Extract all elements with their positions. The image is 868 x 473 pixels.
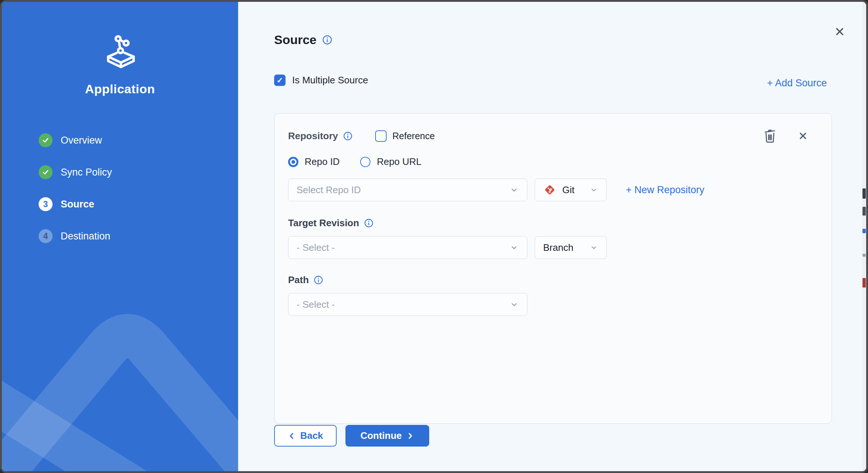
info-icon[interactable] [314,275,323,285]
reference-group: Reference [375,130,435,142]
remove-source-button[interactable] [797,130,808,141]
is-multiple-source-row: Is Multiple Source [274,75,368,86]
path-label: Path [288,274,309,286]
continue-button[interactable]: Continue [345,425,429,447]
check-icon [42,137,49,144]
wizard-steps: Overview Sync Policy 3 Source 4 Destinat… [39,133,112,261]
step-overview[interactable]: Overview [39,133,112,147]
application-box-git-icon [102,32,140,70]
step-label: Overview [61,135,102,146]
repository-card-title: Repository [288,130,338,142]
chevron-down-icon [509,185,519,195]
repo-url-radio[interactable] [360,157,370,167]
repo-id-radio-label: Repo ID [305,156,340,167]
info-icon[interactable] [343,131,352,141]
step-label: Source [61,199,94,210]
step-label: Sync Policy [61,167,112,178]
trash-icon [763,128,778,144]
repo-id-select-placeholder: Select Repo ID [297,184,509,196]
target-revision-select[interactable]: - Select - [288,236,527,259]
path-placeholder: - Select - [297,299,509,310]
back-button-label: Back [300,430,323,441]
chevron-down-icon [589,243,598,252]
path-select[interactable]: - Select - [288,293,527,316]
chevron-down-icon [589,185,598,194]
repository-source-card: Repository Reference [274,113,832,424]
repo-type-value: Git [562,184,589,196]
repository-card-header: Repository Reference [288,128,818,144]
application-wizard-modal: Application Overview Sync Policy 3 Sourc… [0,0,868,473]
revision-type-value: Branch [543,242,589,253]
step-source[interactable]: 3 Source [39,197,112,211]
is-multiple-source-checkbox[interactable] [274,75,286,86]
continue-button-label: Continue [361,430,402,441]
git-logo-icon [543,183,556,196]
background-page-sliver [862,2,866,471]
info-icon[interactable] [364,219,373,228]
repo-id-select[interactable]: Select Repo ID [288,178,527,201]
add-source-link[interactable]: + Add Source [767,77,827,89]
repo-type-select[interactable]: Git [535,178,607,201]
step-destination[interactable]: 4 Destination [39,229,112,243]
step-sync-policy[interactable]: Sync Policy [39,165,112,179]
step-number-badge: 4 [39,229,53,243]
close-modal-button[interactable] [831,23,848,40]
page-title: Source [274,33,316,47]
repo-select-row: Select Repo ID [288,178,818,201]
brand-watermark [2,262,238,471]
close-icon [834,26,845,37]
chevron-left-icon [288,432,296,440]
wizard-title: Application [2,82,238,96]
chevron-right-icon [406,432,414,440]
path-label-row: Path [288,274,818,286]
reference-checkbox[interactable] [375,130,387,142]
info-icon[interactable] [322,35,332,45]
wizard-footer: Back Continue [274,425,429,447]
close-icon [797,130,808,141]
back-button[interactable]: Back [274,425,337,447]
target-revision-row: - Select - Branch [288,236,818,259]
new-repository-link[interactable]: + New Repository [626,184,704,196]
is-multiple-source-label: Is Multiple Source [292,75,368,86]
source-step-panel: Source Is Multiple Source + Add Source R… [238,2,862,471]
step-done-badge [39,165,53,179]
wizard-sidebar: Application Overview Sync Policy 3 Sourc… [2,2,238,471]
chevron-down-icon [509,300,519,309]
target-revision-placeholder: - Select - [297,242,509,253]
check-icon [42,169,49,176]
step-done-badge [39,133,53,147]
reference-label: Reference [392,131,435,141]
path-row: - Select - [288,293,818,316]
delete-source-button[interactable] [763,128,778,144]
chevron-down-icon [509,243,519,252]
step-number-badge: 3 [39,197,53,211]
target-revision-label: Target Revision [288,217,359,229]
repo-mode-radios: Repo ID Repo URL [288,156,818,167]
target-revision-label-row: Target Revision [288,217,818,229]
repo-url-radio-label: Repo URL [377,156,421,167]
revision-type-select[interactable]: Branch [535,236,607,259]
page-title-row: Source [274,33,332,47]
step-label: Destination [61,231,110,242]
repo-id-radio[interactable] [288,157,298,167]
